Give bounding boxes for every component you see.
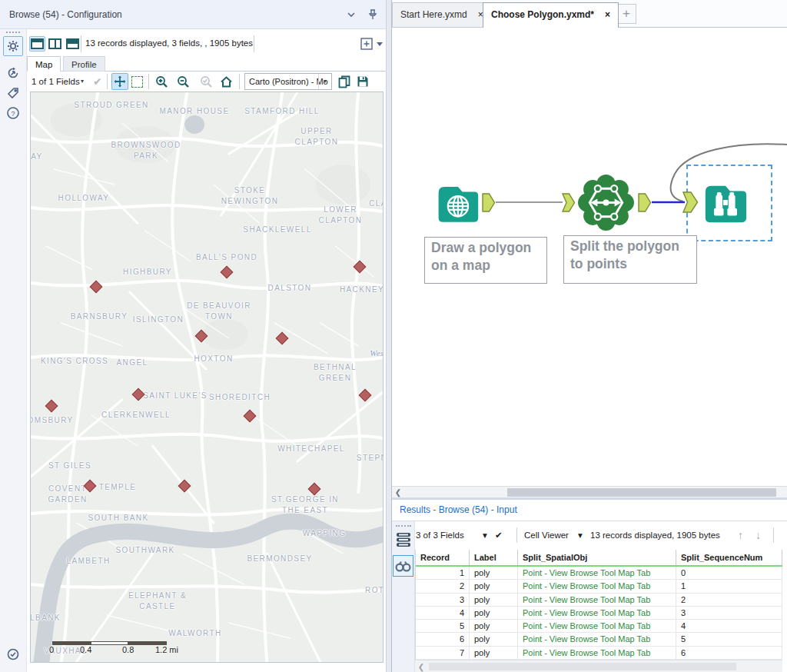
tool-browse[interactable] [701,178,749,226]
cell-viewer-caret-icon[interactable]: ▾ [578,521,583,549]
table-cell-spatial[interactable]: Point - View Browse Tool Map Tab [518,647,676,659]
table-cell-seq[interactable]: 1 [676,580,782,592]
output-anchor-poly-split[interactable] [638,193,652,212]
table-cell-seq[interactable]: 0 [676,567,782,579]
pan-tool-button[interactable] [111,73,128,90]
layout-single-pane-button[interactable] [29,36,45,52]
table-cell-label[interactable]: poly [470,620,518,632]
results-side-strip [392,521,415,672]
results-hscrollbar[interactable]: ❮ [415,660,782,672]
add-pane-button[interactable] [360,38,384,50]
table-cell-record[interactable]: 6 [416,633,470,645]
column-header-record[interactable]: Record [416,550,470,565]
zoom-out-button[interactable] [174,73,191,90]
sidebar-grip-dots[interactable] [6,32,20,33]
fields-dropdown[interactable]: 1 of 1 Fields [32,72,80,91]
column-header-sequencenum[interactable]: Split_SequenceNum [676,550,782,565]
configuration-gear-button[interactable] [3,36,23,56]
layout-two-rows-button[interactable] [65,36,81,52]
table-cell-seq[interactable]: 2 [676,594,782,606]
table-cell-spatial[interactable]: Point - View Browse Tool Map Tab [518,567,676,579]
tab-map[interactable]: Map [27,56,61,72]
results-grip-dots[interactable] [396,525,411,527]
input-anchor-poly-split[interactable] [562,193,576,212]
fields-caret-icon[interactable]: ▾ [81,72,84,91]
reservoir [184,115,204,134]
table-row[interactable]: 4polyPoint - View Browse Tool Map Tab3 [416,607,782,620]
close-tab-icon[interactable]: × [605,9,610,20]
table-row[interactable]: 7polyPoint - View Browse Tool Map Tab6 [416,647,782,660]
table-cell-record[interactable]: 1 [416,567,470,579]
annotation-split-polygon[interactable]: Split the polygon to points [563,235,697,284]
scroll-up-arrow[interactable]: ↑ [738,521,743,549]
table-view-button[interactable] [396,531,411,548]
table-cell-label[interactable]: poly [470,607,518,619]
zoom-home-button[interactable] [218,73,234,90]
table-cell-spatial[interactable]: Point - View Browse Tool Map Tab [518,594,676,606]
help-button[interactable]: ? [3,103,23,123]
table-cell-label[interactable]: poly [470,633,518,645]
tab-profile[interactable]: Profile [63,56,105,72]
doc-tab-choose-polygon[interactable]: Choose Polygon.yxmd*× [483,2,619,28]
table-cell-record[interactable]: 4 [416,607,470,619]
map-viewport[interactable]: STROUD GREENMANOR HOUSESTAMFORD HILLUPPE… [30,91,384,663]
table-cell-label[interactable]: poly [470,567,518,579]
table-row[interactable]: 3polyPoint - View Browse Tool Map Tab2 [416,594,782,607]
scroll-left-arrow[interactable]: ❮ [392,487,404,497]
results-hscroll-thumb[interactable] [429,663,736,670]
apply-check-button[interactable] [3,644,23,664]
scroll-down-arrow[interactable]: ↓ [755,521,761,549]
table-cell-label[interactable]: poly [470,594,518,606]
table-cell-seq[interactable]: 5 [676,633,782,645]
panel-splitter[interactable] [386,0,392,672]
zoom-selection-button[interactable] [198,73,214,90]
table-cell-record[interactable]: 7 [416,647,470,659]
zoom-in-button[interactable] [153,73,170,90]
table-cell-record[interactable]: 2 [416,580,470,592]
new-tab-button[interactable]: + [616,4,636,24]
table-cell-seq[interactable]: 3 [676,607,782,619]
select-tool-button[interactable] [128,73,145,90]
input-anchor-browse[interactable] [682,191,699,213]
save-map-button[interactable] [354,73,371,90]
table-cell-label[interactable]: poly [470,647,518,659]
table-cell-record[interactable]: 5 [416,620,470,632]
table-cell-record[interactable]: 3 [416,594,470,606]
canvas-hscrollbar[interactable]: ❮ [392,486,787,498]
table-row[interactable]: 6polyPoint - View Browse Tool Map Tab5 [416,633,782,646]
workflow-canvas[interactable]: Draw a polygon on a map Split the polygo… [392,28,787,486]
tool-poly-split[interactable] [576,173,636,232]
canvas-hscroll-thumb[interactable] [507,488,776,497]
column-header-spatialobj[interactable]: Split_SpatialObj [518,550,676,565]
table-cell-label[interactable]: poly [470,580,518,592]
results-fields-dropdown[interactable]: 3 of 3 Fields [416,521,464,549]
table-row[interactable]: 2polyPoint - View Browse Tool Map Tab1 [416,580,782,593]
annotation-draw-polygon[interactable]: Draw a polygon on a map [424,237,547,284]
refresh-button[interactable] [3,63,23,83]
apply-fields-check-icon[interactable]: ✔ [93,72,102,91]
pin-icon[interactable] [366,8,380,22]
table-cell-seq[interactable]: 6 [676,647,782,659]
table-row[interactable]: 1polyPoint - View Browse Tool Map Tab0 [416,567,782,580]
question-icon: ? [6,106,20,120]
table-row[interactable]: 5polyPoint - View Browse Tool Map Tab4 [416,620,782,633]
table-cell-spatial[interactable]: Point - View Browse Tool Map Tab [518,620,676,632]
table-cell-spatial[interactable]: Point - View Browse Tool Map Tab [518,607,676,619]
collapse-chevron-icon[interactable] [344,8,358,22]
results-fields-caret-icon[interactable]: ▾ [483,521,487,549]
results-apply-check-icon[interactable]: ✔ [495,521,503,549]
cell-viewer-dropdown[interactable]: Cell Viewer [524,521,569,549]
output-anchor-map-input[interactable] [482,193,496,212]
annotation-tag-button[interactable] [3,83,23,103]
column-header-label[interactable]: Label [470,550,518,565]
table-cell-seq[interactable]: 4 [676,620,782,632]
tool-map-input[interactable] [434,179,480,226]
browse-view-button[interactable] [393,555,413,577]
copy-map-button[interactable] [336,73,353,90]
scroll-left-arrow[interactable]: ❮ [415,660,427,672]
table-cell-spatial[interactable]: Point - View Browse Tool Map Tab [518,633,676,645]
basemap-dropdown[interactable]: Carto (Positron) - Mo ▾ [244,73,332,90]
table-cell-spatial[interactable]: Point - View Browse Tool Map Tab [518,580,676,592]
doc-tab-start-here[interactable]: Start Here.yxmd× [392,2,492,28]
layout-two-columns-button[interactable] [47,36,63,52]
